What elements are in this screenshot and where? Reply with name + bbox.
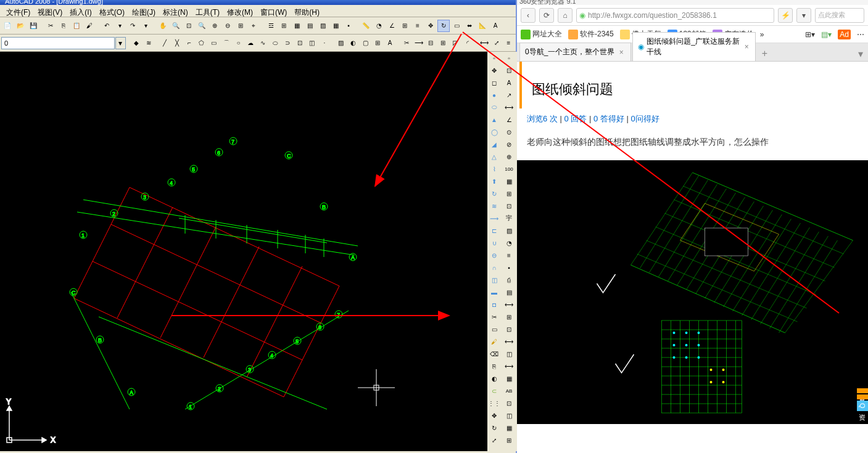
tool-v7[interactable]: ▦ (502, 372, 516, 385)
side-tab-qa[interactable]: Q资 (857, 401, 868, 411)
tool-blk[interactable]: ▦ (502, 175, 516, 187)
tool-a1[interactable]: ▫ (502, 52, 516, 64)
draw-ellipse[interactable]: ⬭ (270, 37, 281, 49)
side-tab-follow[interactable]: 关我 (857, 394, 868, 399)
tool-zoom-all[interactable]: ⌖ (247, 20, 260, 32)
tool3d-loft[interactable]: ≋ (487, 200, 501, 212)
tool-zoom-win[interactable]: ⊡ (183, 20, 195, 32)
draw-line[interactable]: ╱ (159, 37, 171, 49)
side-tab-feedback[interactable]: 意反 (857, 388, 868, 393)
tool-area[interactable]: ◔ (373, 20, 385, 32)
tab-1[interactable]: 0导航_一个主页，整个世界 × (519, 43, 631, 61)
menu-dimension[interactable]: 标注(N) (159, 6, 192, 15)
mod-chamfer[interactable]: ◸ (450, 37, 461, 49)
tool-array2[interactable]: ⋮⋮ (487, 397, 501, 409)
menu-help[interactable]: 帮助(H) (291, 6, 323, 15)
tool-pan[interactable]: ✋ (157, 20, 169, 32)
tool-redo[interactable]: ↷ (126, 20, 139, 32)
tool-undo-dd[interactable]: ▾ (114, 20, 126, 32)
tool-offset2[interactable]: ⊂ (487, 385, 501, 397)
menu-format[interactable]: 格式(O) (96, 6, 128, 15)
address-bar[interactable]: ◉ http://e.fwxgx.com/question_2058386.1 (576, 8, 774, 23)
tool-id[interactable]: ⊞ (399, 20, 411, 32)
tool3d-helix[interactable]: ⌇ (487, 163, 501, 175)
menu-file[interactable]: 文件(F) (2, 6, 34, 15)
tool3d-sub[interactable]: ⊖ (487, 249, 501, 261)
draw-circle[interactable]: ○ (233, 37, 244, 49)
tool-undo[interactable]: ↶ (101, 20, 113, 32)
menu-insert[interactable]: 插入(I) (66, 6, 95, 15)
draw-spline[interactable]: ∿ (257, 37, 269, 49)
tool3d-rev[interactable]: ↻ (487, 187, 501, 200)
tool-sheet[interactable]: ▤ (304, 20, 316, 32)
tool-v6[interactable]: ⟷ (502, 360, 516, 372)
mod-join[interactable]: ⊞ (437, 37, 449, 49)
draw-rect[interactable]: ▭ (208, 37, 220, 49)
draw-table[interactable]: ⊞ (372, 37, 384, 49)
tool-rotate-icon[interactable]: ↻ (437, 20, 450, 32)
tool-dim-l[interactable]: ⟷ (502, 101, 516, 113)
tool-v9[interactable]: ◫ (502, 409, 516, 422)
nav-flash-icon[interactable]: ⚡ (778, 8, 793, 23)
tool-erase[interactable]: ⌫ (487, 348, 501, 360)
tool-v2[interactable]: ⊞ (502, 311, 516, 323)
tool-v4[interactable]: ⟷ (502, 335, 516, 348)
mod-break[interactable]: ⊟ (425, 37, 437, 49)
ext-book-icon[interactable]: ▤▾ (821, 30, 832, 39)
draw-polygon[interactable]: ⬠ (196, 37, 207, 49)
tool-v1[interactable]: ⟷ (502, 298, 516, 311)
dim-linear[interactable]: ⟷ (478, 37, 490, 49)
tab-1-close-icon[interactable]: × (617, 48, 626, 57)
tool-angle[interactable]: ∠ (386, 20, 398, 32)
tool-stretch-icon[interactable]: ⬌ (463, 20, 476, 32)
tool-v10[interactable]: ▦ (502, 422, 516, 434)
tool-宇[interactable]: 宇 (502, 212, 516, 224)
tool-markup[interactable]: ▨ (316, 20, 329, 32)
tool-mirror2[interactable]: ◐ (487, 372, 501, 385)
tool-lay[interactable]: ◔ (502, 237, 516, 249)
tool-open[interactable]: 📂 (14, 20, 27, 32)
tool-zoom-in[interactable]: ⊕ (209, 20, 221, 32)
stat-answers[interactable]: 0 回答 (564, 114, 587, 123)
menu-tools[interactable]: 工具(T) (192, 6, 223, 15)
stat-good-q[interactable]: 0问得好 (630, 114, 659, 123)
tool-dist[interactable]: 📏 (360, 20, 372, 32)
search-input[interactable]: 点此搜索 (815, 8, 864, 23)
tool-zoom-prev[interactable]: 🔍 (196, 20, 208, 32)
tool3d-sect[interactable]: ✂ (487, 311, 501, 323)
tool-v5[interactable]: ◫ (502, 348, 516, 360)
new-tab-button[interactable]: + (757, 46, 772, 61)
tool3d-sweep[interactable]: ⟿ (487, 212, 501, 224)
ext-more-icon[interactable]: ⋯ (857, 30, 864, 39)
draw-insert[interactable]: ⊡ (294, 37, 306, 49)
tool-design-ctr[interactable]: ⊞ (278, 20, 290, 32)
stat-browse[interactable]: 浏览6 次 (527, 114, 558, 123)
layer-dropdown-icon[interactable]: ▾ (115, 37, 126, 49)
mod-extend[interactable]: ⟶ (413, 37, 424, 49)
draw-region[interactable]: ▢ (360, 37, 371, 49)
tool-zoom-rt[interactable]: 🔍 (170, 20, 182, 32)
tool-leader[interactable]: ↗ (502, 89, 516, 101)
tool-cut[interactable]: ✂ (44, 20, 57, 32)
tool3d-cone[interactable]: ▲ (487, 113, 501, 126)
tool3d-cyl[interactable]: ⬭ (487, 101, 501, 113)
mod-trim[interactable]: ✂ (400, 37, 412, 49)
bookmark-wangzhi[interactable]: 网址大全 (521, 29, 562, 39)
ext-grid-icon[interactable]: ⊞▾ (805, 30, 815, 39)
tool-dim-a[interactable]: ∠ (502, 113, 516, 126)
nav-back-icon[interactable]: ‹ (521, 8, 535, 23)
tool3d-torus[interactable]: ◯ (487, 126, 501, 138)
tool-palette[interactable]: ▦ (291, 20, 303, 32)
draw-mtext[interactable]: A (384, 37, 396, 49)
tool-match[interactable]: 🖌 (83, 20, 96, 32)
tool3d-press[interactable]: ⊏ (487, 224, 501, 237)
tool-layer-iso[interactable]: ◆ (130, 37, 142, 49)
ext-ad-icon[interactable]: Ad (838, 30, 851, 39)
tool-layer-mgr[interactable]: ≋ (143, 37, 154, 49)
tool-dim-r[interactable]: ⊙ (502, 126, 516, 138)
draw-pline[interactable]: ⌐ (183, 37, 195, 49)
menu-draw[interactable]: 绘图(J) (128, 6, 159, 15)
tool-img[interactable]: ▨ (502, 224, 516, 237)
draw-cloud[interactable]: ☁ (245, 37, 257, 49)
bookmark-more[interactable]: » (760, 30, 764, 39)
